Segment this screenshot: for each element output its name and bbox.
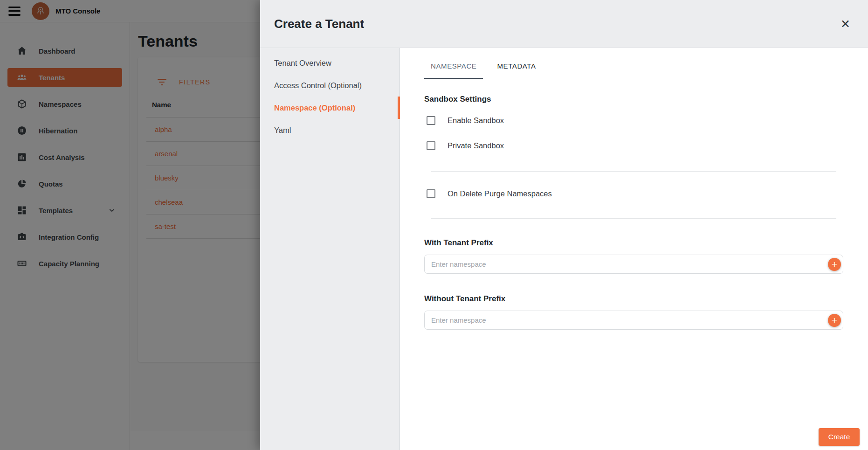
sandbox-settings-heading: Sandbox Settings: [424, 95, 843, 104]
tab-bar: NAMESPACE METADATA: [424, 48, 843, 79]
private-sandbox-row: Private Sandbox: [427, 141, 843, 150]
drawer-nav-namespace[interactable]: Namespace (Optional): [260, 97, 399, 119]
drawer-nav-yaml[interactable]: Yaml: [260, 119, 399, 141]
tab-metadata[interactable]: METADATA: [490, 62, 542, 79]
enable-sandbox-checkbox[interactable]: [427, 116, 435, 125]
purge-namespaces-checkbox[interactable]: [427, 189, 435, 198]
without-prefix-input-wrap: +: [424, 311, 843, 330]
tab-namespace[interactable]: NAMESPACE: [424, 62, 483, 79]
create-button[interactable]: Create: [819, 428, 860, 446]
drawer-nav-access-control[interactable]: Access Control (Optional): [260, 74, 399, 97]
section-divider: [431, 218, 836, 219]
private-sandbox-checkbox[interactable]: [427, 141, 435, 150]
plus-icon[interactable]: +: [828, 258, 841, 271]
drawer-nav: Tenant Overview Access Control (Optional…: [260, 48, 400, 450]
checkbox-label: On Delete Purge Namespaces: [448, 189, 552, 198]
close-icon[interactable]: ✕: [839, 16, 852, 32]
plus-icon[interactable]: +: [828, 314, 841, 327]
drawer-nav-tenant-overview[interactable]: Tenant Overview: [260, 52, 399, 74]
without-tenant-prefix-heading: Without Tenant Prefix: [424, 294, 843, 304]
checkbox-label: Enable Sandbox: [448, 116, 504, 125]
with-tenant-prefix-heading: With Tenant Prefix: [424, 238, 843, 248]
with-prefix-input-wrap: +: [424, 255, 843, 274]
without-prefix-namespace-input[interactable]: [424, 311, 843, 330]
drawer-content: NAMESPACE METADATA Sandbox Settings Enab…: [400, 48, 868, 450]
checkbox-label: Private Sandbox: [448, 141, 504, 150]
enable-sandbox-row: Enable Sandbox: [427, 116, 843, 125]
purge-namespaces-row: On Delete Purge Namespaces: [427, 189, 843, 198]
section-divider: [431, 171, 836, 172]
drawer-header: Create a Tenant ✕: [260, 0, 868, 48]
with-prefix-namespace-input[interactable]: [424, 255, 843, 274]
create-tenant-drawer: Create a Tenant ✕ Tenant Overview Access…: [260, 0, 868, 450]
drawer-title: Create a Tenant: [274, 17, 364, 31]
